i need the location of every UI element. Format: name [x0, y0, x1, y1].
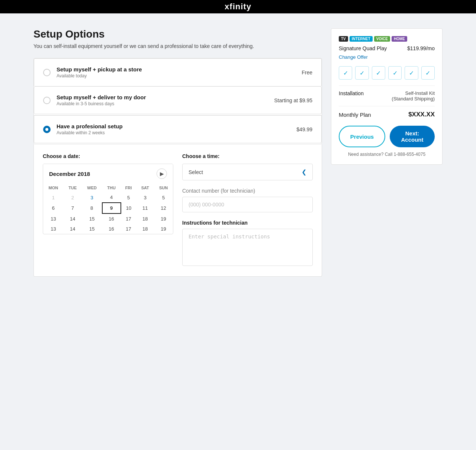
plan-price: $119.99/mo — [407, 45, 435, 51]
calendar-week-row: 13141516171819 — [43, 213, 173, 224]
calendar-day[interactable]: 18 — [136, 213, 154, 224]
calendar-month: December 2018 — [49, 171, 90, 177]
change-offer-link[interactable]: Change Offer — [339, 54, 368, 60]
xfinity-logo: xfinity — [225, 2, 251, 12]
date-time-row: Choose a date: December 2018 ▶ MON TUE — [43, 153, 313, 267]
service-badges: TV INTERNET VOICE HOME — [339, 36, 435, 42]
summary-card: TV INTERNET VOICE HOME Signature Quad Pl… — [331, 28, 443, 165]
calendar-day[interactable]: 13 — [43, 224, 64, 234]
option-professional[interactable]: Have a profesional setup Available withi… — [34, 115, 322, 143]
calendar-week-row: 13141516171819 — [43, 224, 173, 234]
page-subtitle: You can self-install equipment yourself … — [33, 43, 322, 49]
next-button[interactable]: Next: Account — [390, 126, 435, 147]
option-self-deliver-price: Starting at $9.95 — [274, 97, 312, 103]
calendar-next-button[interactable]: ▶ — [157, 168, 167, 179]
option-self-deliver-text: Setup myself + deliver to my door Availa… — [57, 94, 268, 106]
calendar-day[interactable]: 1 — [43, 192, 64, 203]
calendar-day[interactable]: 19 — [154, 213, 173, 224]
option-professional-sub: Available within 2 weeks — [57, 130, 290, 135]
calendar-day[interactable]: 6 — [43, 203, 64, 213]
contact-section: Contact number (for technician) — [182, 188, 313, 212]
calendar-day[interactable]: 15 — [82, 213, 102, 224]
calendar-day[interactable]: 11 — [136, 203, 154, 213]
date-label: Choose a date: — [43, 153, 173, 159]
radio-professional[interactable] — [43, 126, 51, 133]
calendar-day[interactable]: 13 — [43, 213, 64, 224]
calendar-day[interactable]: 8 — [82, 203, 102, 213]
calendar-day[interactable]: 7 — [64, 203, 82, 213]
checkmarks-row: ✓ ✓ ✓ ✓ ✓ ✓ — [339, 66, 435, 80]
check-2: ✓ — [355, 66, 369, 80]
time-label: Choose a time: — [182, 153, 313, 159]
previous-button[interactable]: Previous — [339, 126, 385, 147]
instructions-label: Instructions for technician — [182, 220, 313, 226]
plan-name: Signature Quad Play — [339, 45, 387, 51]
page-title: Setup Options — [33, 28, 322, 40]
calendar-day[interactable]: 19 — [154, 224, 173, 234]
badge-tv: TV — [339, 36, 348, 42]
badge-home: HOME — [392, 36, 407, 42]
calendar-day[interactable]: 17 — [121, 224, 136, 234]
calendar-day[interactable]: 3 — [82, 192, 102, 203]
calendar-day[interactable]: 5 — [121, 192, 136, 203]
option-self-store-text: Setup myself + pickup at a store Availab… — [57, 66, 296, 78]
monthly-row: Monthly Plan $XXX.XX — [339, 111, 435, 118]
contact-label: Contact number (for technician) — [182, 188, 313, 194]
calendar-header: December 2018 ▶ — [43, 164, 173, 183]
install-row: Installation Self-Install Kit(Standard S… — [339, 90, 435, 102]
calendar-grid: MON TUE WED THU FRI SAT SUN 123 — [43, 183, 173, 234]
calendar-day[interactable]: 12 — [154, 203, 173, 213]
assistance-text: Need assistance? Call 1-888-655-4075 — [339, 152, 435, 157]
calendar-day[interactable]: 2 — [64, 192, 82, 203]
option-professional-title: Have a profesional setup — [57, 123, 290, 129]
right-sidebar: TV INTERNET VOICE HOME Signature Quad Pl… — [331, 28, 443, 165]
calendar-week-row: 6789101112 — [43, 203, 173, 213]
contact-input[interactable] — [182, 197, 313, 212]
check-6: ✓ — [421, 66, 435, 80]
calendar-day[interactable]: 4 — [102, 192, 121, 203]
col-mon: MON — [43, 183, 64, 192]
instructions-section: Instructions for technician — [182, 220, 313, 267]
calendar-day[interactable]: 14 — [64, 224, 82, 234]
check-4: ✓ — [388, 66, 402, 80]
option-professional-price: $49.99 — [296, 126, 312, 132]
instructions-textarea[interactable] — [182, 229, 313, 266]
monthly-price: $XXX.XX — [408, 111, 435, 118]
calendar-day[interactable]: 17 — [121, 213, 136, 224]
install-value: Self-Install Kit(Standard Shipping) — [392, 90, 435, 102]
calendar-day[interactable]: 15 — [82, 224, 102, 234]
calendar-day[interactable]: 9 — [102, 203, 121, 213]
action-buttons: Previous Next: Account — [339, 126, 435, 147]
radio-self-deliver[interactable] — [43, 97, 51, 104]
summary-divider-1 — [339, 86, 435, 86]
col-fri: FRI — [121, 183, 136, 192]
calendar-day[interactable]: 18 — [136, 224, 154, 234]
time-select[interactable]: Select ❮ — [182, 164, 313, 180]
col-sun: SUN — [154, 183, 173, 192]
option-self-deliver[interactable]: Setup myself + deliver to my door Availa… — [34, 86, 322, 114]
option-self-store-sub: Available today — [57, 73, 296, 78]
option-self-store[interactable]: Setup myself + pickup at a store Availab… — [34, 58, 322, 86]
col-wed: WED — [82, 183, 102, 192]
badge-internet: INTERNET — [350, 36, 373, 42]
check-3: ✓ — [372, 66, 385, 80]
top-navigation: xfinity — [0, 0, 476, 13]
calendar-day[interactable]: 14 — [64, 213, 82, 224]
radio-self-store[interactable] — [43, 69, 51, 76]
monthly-label: Monthly Plan — [339, 112, 371, 118]
option-self-store-price: Free — [302, 70, 312, 75]
calendar-week-row: 1234535 — [43, 192, 173, 203]
option-self-deliver-title: Setup myself + deliver to my door — [57, 94, 268, 100]
install-label: Installation — [339, 90, 364, 96]
calendar-day[interactable]: 10 — [121, 203, 136, 213]
col-thu: THU — [102, 183, 121, 192]
calendar-day[interactable]: 5 — [154, 192, 173, 203]
time-select-text: Select — [189, 169, 302, 175]
left-section: Setup Options You can self-install equip… — [33, 28, 322, 277]
col-tue: TUE — [64, 183, 82, 192]
calendar-day[interactable]: 3 — [136, 192, 154, 203]
check-1: ✓ — [339, 66, 352, 80]
calendar-day[interactable]: 16 — [102, 213, 121, 224]
calendar-day[interactable]: 16 — [102, 224, 121, 234]
option-self-store-title: Setup myself + pickup at a store — [57, 66, 296, 73]
